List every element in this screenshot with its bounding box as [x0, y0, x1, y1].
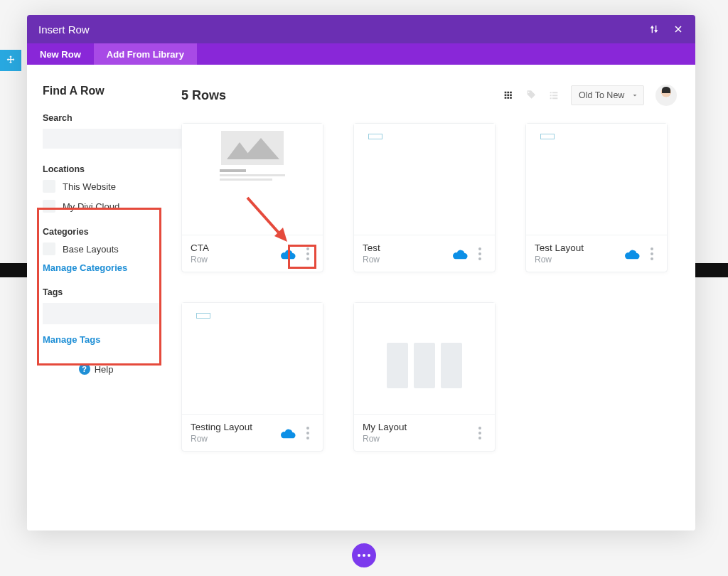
builder-move-handle[interactable]	[0, 50, 21, 71]
locations-label: Locations	[43, 164, 159, 174]
card-menu-button[interactable]	[301, 246, 314, 262]
search-label: Search	[43, 113, 159, 123]
tags-label: Tags	[43, 287, 159, 297]
move-icon	[5, 55, 16, 66]
card-title: Test	[363, 242, 446, 253]
search-input[interactable]	[43, 129, 173, 149]
card-menu-button[interactable]	[473, 246, 486, 262]
cloud-icon	[280, 246, 296, 262]
card-preview	[182, 124, 323, 235]
card-title: Test Layout	[535, 242, 619, 253]
help-icon: ?	[79, 363, 90, 375]
close-icon[interactable]	[673, 23, 684, 35]
layout-card-cta[interactable]: CTA Row	[181, 123, 323, 272]
card-footer: My Layout Row	[354, 414, 495, 451]
card-menu-button[interactable]	[473, 425, 486, 441]
grid-view-icon[interactable]	[503, 90, 514, 101]
insert-row-modal: Insert Row New Row Add From Library Find…	[27, 15, 695, 530]
builder-fab[interactable]	[352, 543, 376, 567]
modal-header: Insert Row	[27, 15, 695, 43]
filters-sidebar: Find A Row Search + Filter Locations Thi…	[27, 65, 173, 530]
card-preview	[526, 124, 667, 235]
card-preview	[182, 303, 323, 414]
library-toolbar: 5 Rows Old To New	[181, 85, 677, 106]
list-view-icon[interactable]	[548, 90, 560, 101]
modal-body: Find A Row Search + Filter Locations Thi…	[27, 65, 695, 530]
cloud-icon	[452, 246, 468, 262]
sort-arrows-icon[interactable]	[648, 23, 660, 35]
search-row: + Filter	[43, 129, 159, 149]
card-menu-button[interactable]	[301, 425, 314, 441]
tag-placeholder-icon	[368, 134, 382, 139]
category-base-layouts[interactable]: Base Layouts	[43, 242, 159, 255]
tags-input[interactable]	[43, 303, 159, 324]
help-label: Help	[95, 364, 114, 375]
image-placeholder-icon	[221, 131, 284, 165]
tag-placeholder-icon	[196, 313, 210, 319]
location-this-website[interactable]: This Website	[43, 180, 159, 193]
help-button[interactable]: ? Help	[43, 363, 149, 375]
card-title: CTA	[191, 242, 274, 253]
results-count: 5 Rows	[181, 88, 226, 103]
card-title: Testing Layout	[191, 422, 274, 432]
sort-select[interactable]: Old To New	[571, 85, 644, 105]
view-controls: Old To New	[503, 85, 677, 106]
card-subtitle: Row	[191, 255, 274, 265]
card-grid: CTA Row Test	[181, 123, 677, 452]
manage-tags-link[interactable]: Manage Tags	[43, 334, 159, 345]
checkbox-icon	[43, 180, 55, 193]
card-footer: Testing Layout Row	[182, 414, 323, 451]
tab-new-row[interactable]: New Row	[27, 43, 94, 65]
checkbox-icon	[43, 200, 55, 213]
card-footer: Test Layout Row	[526, 235, 667, 272]
card-title: My Layout	[363, 422, 468, 432]
library-main: 5 Rows Old To New	[173, 65, 695, 530]
cloud-icon	[280, 425, 296, 441]
location-my-divi-cloud[interactable]: My Divi Cloud	[43, 200, 159, 213]
modal-title: Insert Row	[38, 23, 90, 36]
location-label: My Divi Cloud	[63, 201, 119, 212]
card-subtitle: Row	[363, 255, 446, 265]
card-preview	[354, 303, 495, 414]
tab-add-from-library[interactable]: Add From Library	[94, 43, 197, 65]
categories-label: Categories	[43, 227, 159, 237]
layout-card-my-layout[interactable]: My Layout Row	[353, 302, 496, 452]
layout-card-test-layout[interactable]: Test Layout Row	[525, 123, 668, 272]
user-avatar[interactable]	[655, 85, 677, 106]
manage-categories-link[interactable]: Manage Categories	[43, 262, 159, 273]
card-preview	[354, 124, 495, 235]
card-footer: CTA Row	[182, 235, 323, 272]
layout-card-testing-layout[interactable]: Testing Layout Row	[181, 302, 323, 452]
card-subtitle: Row	[363, 434, 468, 444]
sidebar-title: Find A Row	[43, 85, 159, 97]
card-subtitle: Row	[191, 434, 274, 444]
columns-placeholder-icon	[364, 343, 485, 388]
card-menu-button[interactable]	[646, 246, 658, 262]
tag-view-icon[interactable]	[525, 90, 537, 101]
tag-placeholder-icon	[540, 134, 555, 139]
modal-tabs: New Row Add From Library	[27, 43, 695, 65]
modal-header-actions	[648, 23, 684, 35]
card-subtitle: Row	[535, 255, 619, 265]
category-label: Base Layouts	[63, 244, 119, 255]
card-footer: Test Row	[354, 235, 495, 272]
checkbox-icon	[43, 242, 55, 255]
layout-card-test[interactable]: Test Row	[353, 123, 496, 272]
cloud-icon	[624, 246, 640, 262]
location-label: This Website	[63, 181, 116, 192]
